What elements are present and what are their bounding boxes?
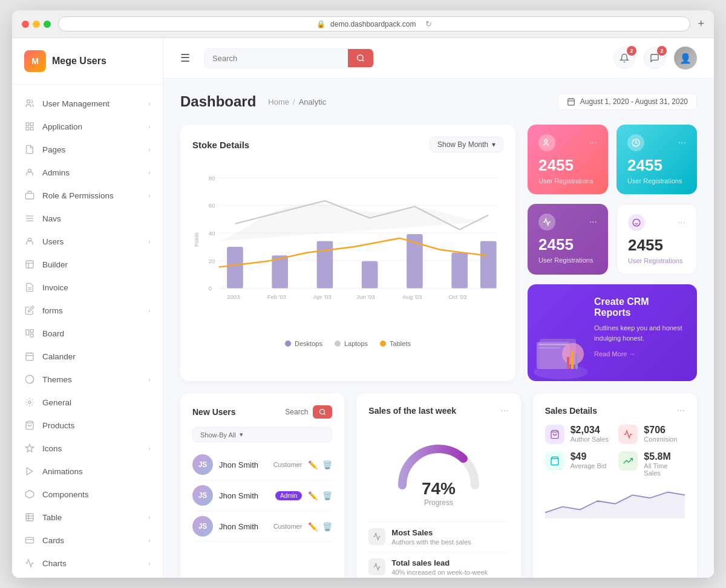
chart-filter-button[interactable]: Show By Month ▾: [430, 137, 503, 152]
svg-text:80: 80: [209, 175, 215, 181]
sidebar-item-charts[interactable]: Charts ›: [12, 552, 163, 575]
sidebar-item-calander[interactable]: Calander: [12, 345, 163, 368]
search-input[interactable]: [205, 49, 348, 68]
lock-icon: 🔒: [316, 20, 325, 28]
user-avatar[interactable]: 👤: [674, 47, 697, 70]
stat-menu-pink[interactable]: ···: [589, 137, 597, 148]
minimize-dot[interactable]: [33, 21, 40, 28]
breadcrumb-home[interactable]: Home: [268, 97, 289, 106]
stat-icon-cyan: [627, 134, 644, 151]
new-users-search-button[interactable]: [313, 405, 332, 419]
notification-bell-button[interactable]: 2: [613, 47, 635, 69]
sidebar-item-icons[interactable]: Icons ›: [12, 437, 163, 460]
sidebar-label-charts: Charts: [42, 559, 67, 568]
total-lead-title: Total sales lead: [391, 558, 508, 567]
crm-read-more-link[interactable]: Read More →: [594, 350, 685, 358]
delete-user-3-button[interactable]: 🗑️: [322, 522, 332, 531]
sidebar-label-user-management: User Management: [42, 99, 110, 108]
calendar-icon: [24, 351, 35, 362]
sidebar-nav: User Management › Application ›: [12, 85, 163, 578]
browser-url-bar[interactable]: 🔒 demo.dashboardpack.com ↻: [58, 16, 690, 31]
chevron-right-icon: ›: [148, 376, 151, 383]
sidebar-label-builder: Builder: [42, 260, 68, 269]
sidebar-item-animations[interactable]: Animations: [12, 460, 163, 483]
svg-text:40: 40: [209, 230, 215, 237]
stats-column: ··· 2455 User Registrations: [528, 125, 697, 381]
sidebar-item-ui-kits[interactable]: UI Kits ›: [12, 575, 163, 578]
most-sales-info: Most Sales Authors with the best sales: [391, 528, 471, 546]
stat-menu-light[interactable]: ···: [678, 217, 685, 228]
sidebar-item-general[interactable]: General: [12, 391, 163, 414]
search-button[interactable]: [348, 49, 373, 67]
show-by-dropdown[interactable]: Show-By All ▾: [192, 427, 332, 442]
admins-icon: [24, 167, 35, 178]
sales-week-title: Sales of the last week: [368, 406, 456, 416]
invoice-icon: [24, 282, 35, 293]
user-role-3: Customer: [273, 523, 302, 530]
sales-details-card: Sales Details ··· $2,034 Author Sales: [533, 393, 697, 578]
sidebar-item-pages[interactable]: Pages ›: [12, 138, 163, 161]
sidebar-item-invoice[interactable]: Invoice: [12, 276, 163, 299]
sales-details-menu[interactable]: ···: [677, 405, 685, 416]
user-role-1: Customer: [273, 461, 302, 468]
users-icon: [24, 98, 35, 109]
svg-rect-81: [571, 351, 574, 369]
sidebar-item-admins[interactable]: Admins ›: [12, 161, 163, 184]
breadcrumb-current: Analytic: [299, 97, 327, 106]
sidebar-label-table: Table: [42, 513, 62, 522]
sidebar-item-user-management[interactable]: User Management ›: [12, 92, 163, 115]
delete-user-1-button[interactable]: 🗑️: [322, 460, 332, 469]
sidebar-label-navs: Navs: [42, 214, 61, 223]
sidebar-item-users[interactable]: Users ›: [12, 230, 163, 253]
stat-card-pink-header: ···: [538, 134, 597, 151]
sidebar-label-cards: Cards: [42, 536, 64, 545]
svg-marker-26: [25, 444, 33, 452]
svg-rect-59: [317, 241, 333, 288]
sidebar-item-components[interactable]: Components: [12, 483, 163, 506]
sidebar-label-application: Application: [42, 122, 82, 131]
detail-commission: $706 Commision: [618, 425, 685, 444]
edit-user-2-button[interactable]: ✏️: [308, 491, 318, 500]
maximize-dot[interactable]: [44, 21, 51, 28]
svg-rect-11: [26, 261, 33, 268]
sidebar-item-builder[interactable]: Builder: [12, 253, 163, 276]
logo-text: Mege Users: [52, 56, 106, 67]
edit-user-1-button[interactable]: ✏️: [308, 460, 318, 469]
svg-rect-2: [30, 123, 33, 126]
sidebar-item-navs[interactable]: Navs: [12, 207, 163, 230]
svg-text:0: 0: [209, 285, 212, 292]
stat-menu-cyan[interactable]: ···: [678, 137, 686, 148]
notification-badge: 2: [627, 46, 636, 56]
stat-label-purple: User Registrations: [538, 256, 597, 264]
sidebar-item-table[interactable]: Table ›: [12, 506, 163, 529]
stat-icon-pink: [538, 134, 555, 151]
all-time-sales-label: All Time Sales: [644, 462, 685, 477]
new-users-card: New Users Search Show-By All ▾: [180, 393, 344, 578]
close-dot[interactable]: [22, 21, 29, 28]
sidebar-item-products[interactable]: Products: [12, 414, 163, 437]
stoke-chart-svg: 80 60 40 20 0 Points: [192, 162, 503, 332]
hamburger-button[interactable]: ☰: [180, 51, 190, 65]
sidebar-item-role-permissions[interactable]: Role & Permissions ›: [12, 184, 163, 207]
delete-user-2-button[interactable]: 🗑️: [322, 491, 332, 500]
new-tab-button[interactable]: +: [698, 18, 704, 30]
topbar-right: 2 2 👤: [613, 47, 697, 70]
sidebar-item-board[interactable]: Board: [12, 322, 163, 345]
stat-menu-purple[interactable]: ···: [589, 217, 597, 227]
stat-value-purple: 2455: [538, 235, 597, 254]
edit-user-3-button[interactable]: ✏️: [308, 522, 318, 531]
role-icon: [24, 190, 35, 201]
sidebar-item-application[interactable]: Application ›: [12, 115, 163, 138]
date-range-picker[interactable]: August 1, 2020 - August 31, 2020: [558, 93, 697, 110]
sidebar-item-cards[interactable]: Cards ›: [12, 529, 163, 552]
sales-week-menu[interactable]: ···: [500, 405, 508, 416]
crm-illustration: [528, 315, 594, 381]
sidebar-item-themes[interactable]: Themes ›: [12, 368, 163, 391]
refresh-icon[interactable]: ↻: [425, 19, 432, 28]
chart-container: 80 60 40 20 0 Points: [192, 162, 503, 347]
new-users-header: New Users Search: [192, 405, 332, 419]
messages-button[interactable]: 2: [644, 47, 666, 69]
sidebar-item-forms[interactable]: forms ›: [12, 299, 163, 322]
all-time-sales-info: $5.8M All Time Sales: [644, 451, 685, 477]
total-lead-info: Total sales lead 40% increased on week-t…: [391, 558, 508, 578]
